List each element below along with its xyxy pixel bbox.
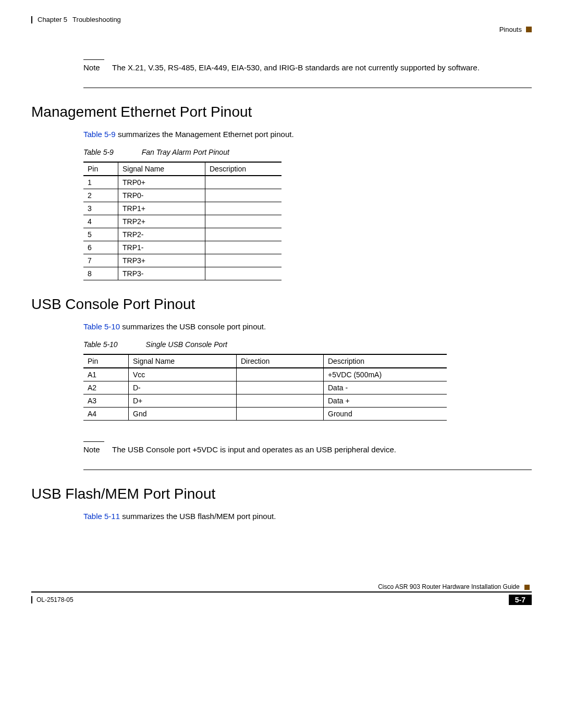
- note-label: Note: [83, 63, 112, 72]
- col-header: Pin: [83, 162, 118, 176]
- note-rule-icon: [83, 441, 104, 442]
- table-management-ethernet: Pin Signal Name Description 1TRP0+ 2TRP0…: [83, 162, 282, 280]
- footer-marker-icon: [524, 585, 530, 590]
- table-row: A4GndGround: [83, 408, 447, 421]
- col-header: Pin: [83, 354, 129, 368]
- caption-number: Table 5-9: [83, 148, 114, 156]
- footer-rule-icon: [31, 591, 532, 593]
- table-row: 3TRP1+: [83, 202, 282, 215]
- doc-id: OL-25178-05: [36, 596, 74, 603]
- note-end-rule-icon: [83, 88, 532, 88]
- table-row: A2D-Data -: [83, 381, 447, 394]
- col-header: Signal Name: [118, 162, 205, 176]
- table-ref-link[interactable]: Table 5-11: [83, 512, 120, 521]
- col-header: Direction: [237, 354, 324, 368]
- note-end-rule-icon: [83, 470, 532, 470]
- intro-text: summarizes the USB flash/MEM port pinout…: [120, 512, 276, 521]
- table-usb-console: Pin Signal Name Direction Description A1…: [83, 354, 447, 421]
- table-caption: Table 5-10 Single USB Console Port: [83, 340, 532, 349]
- table-row: 2TRP0-: [83, 189, 282, 202]
- table-caption: Table 5-9 Fan Tray Alarm Port Pinout: [83, 148, 532, 156]
- chapter-title: Troubleshooting: [72, 16, 121, 23]
- caption-title: Fan Tray Alarm Port Pinout: [142, 148, 229, 156]
- note-label: Note: [83, 445, 112, 454]
- caption-title: Single USB Console Port: [146, 340, 227, 349]
- note-text: The X.21, V.35, RS-485, EIA-449, EIA-530…: [112, 63, 480, 72]
- note-text: The USB Console port +5VDC is input and …: [112, 445, 396, 454]
- table-row: 7TRP3+: [83, 254, 282, 267]
- chapter-number: Chapter 5: [38, 16, 67, 23]
- intro-text: summarizes the USB console port pinout.: [120, 322, 266, 331]
- table-row: A3D+Data +: [83, 394, 447, 408]
- caption-number: Table 5-10: [83, 340, 118, 349]
- section-marker-icon: [526, 27, 532, 32]
- col-header: Signal Name: [129, 354, 237, 368]
- note-block: Note The USB Console port +5VDC is input…: [83, 441, 532, 454]
- intro-text: summarizes the Management Ethernet port …: [116, 130, 294, 139]
- intro-paragraph: Table 5-9 summarizes the Management Ethe…: [83, 130, 532, 139]
- table-row: 4TRP2+: [83, 215, 282, 228]
- page-footer: Cisco ASR 903 Router Hardware Installati…: [31, 583, 532, 605]
- page-number: 5-7: [509, 595, 532, 605]
- intro-paragraph: Table 5-10 summarizes the USB console po…: [83, 322, 532, 331]
- page-header: Chapter 5 Troubleshooting: [31, 16, 532, 23]
- note-rule-icon: [83, 59, 104, 60]
- table-ref-link[interactable]: Table 5-9: [83, 130, 116, 139]
- table-row: 8TRP3-: [83, 267, 282, 280]
- footer-guide-title: Cisco ASR 903 Router Hardware Installati…: [378, 583, 519, 590]
- section-name: Pinouts: [499, 26, 522, 33]
- heading-management-ethernet: Management Ethernet Port Pinout: [31, 104, 532, 120]
- table-row: 1TRP0+: [83, 176, 282, 189]
- note-block: Note The X.21, V.35, RS-485, EIA-449, EI…: [83, 59, 532, 72]
- table-ref-link[interactable]: Table 5-10: [83, 322, 120, 331]
- heading-usb-flash-mem: USB Flash/MEM Port Pinout: [31, 486, 532, 502]
- table-row: 6TRP1-: [83, 241, 282, 254]
- header-bar-icon: [31, 16, 32, 23]
- table-row: A1Vcc+5VDC (500mA): [83, 368, 447, 381]
- col-header: Description: [205, 162, 282, 176]
- heading-usb-console: USB Console Port Pinout: [31, 296, 532, 313]
- section-header: Pinouts: [31, 26, 532, 33]
- col-header: Description: [324, 354, 447, 368]
- intro-paragraph: Table 5-11 summarizes the USB flash/MEM …: [83, 512, 532, 521]
- table-row: 5TRP2-: [83, 228, 282, 241]
- footer-bar-icon: [31, 596, 32, 603]
